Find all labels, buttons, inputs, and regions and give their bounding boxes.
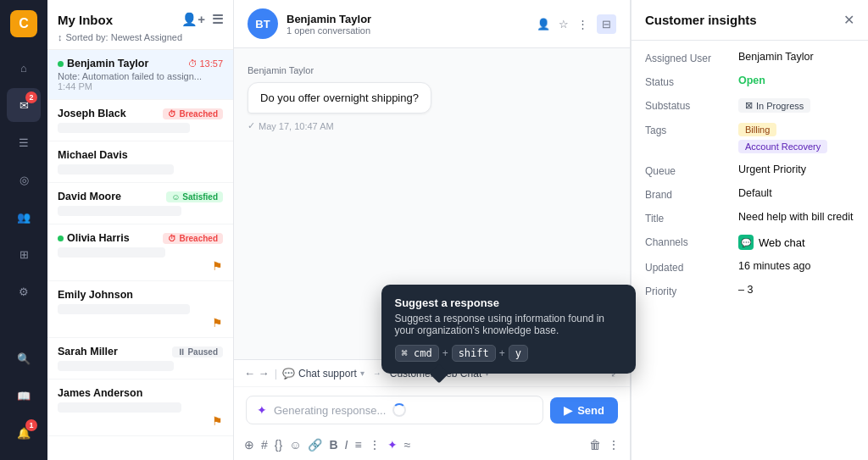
assign-icon[interactable]: 👤 xyxy=(537,18,550,30)
online-indicator xyxy=(58,61,64,67)
channel-arrow-icon: → xyxy=(373,369,381,378)
back-button[interactable]: ← → xyxy=(244,367,270,380)
queue-label: Queue xyxy=(645,163,738,177)
insights-header: Customer insights ✕ xyxy=(632,0,868,41)
substatus-icon: ⊠ xyxy=(745,100,753,111)
status-value: Open xyxy=(738,75,854,86)
nav-book[interactable]: 📖 xyxy=(7,379,41,413)
more-icon[interactable]: ⋮ xyxy=(577,18,588,30)
webchat-icon: 💬 xyxy=(738,235,754,250)
nav-inbox[interactable]: ✉ 2 xyxy=(7,88,41,122)
plus1: + xyxy=(442,347,448,359)
nav-settings[interactable]: ⚙ xyxy=(7,274,41,308)
list-item[interactable]: James Anderson ⚑ xyxy=(47,380,233,436)
assigned-user-label: Assigned User xyxy=(645,51,738,64)
composer: ← → | 💬 Chat support ▾ → Customer Web Ch… xyxy=(234,359,630,460)
list-item[interactable]: Benjamin Taylor ⏱ 13:57 Note: Automation… xyxy=(47,50,233,100)
smile-icon[interactable]: ☺ xyxy=(289,438,301,452)
checkmark-icon: ✓ xyxy=(248,120,255,131)
conv-name: Benjamin Taylor xyxy=(58,58,148,69)
conv-name: David Moore xyxy=(58,191,121,202)
sort-label: Sorted by: Newest Assigned xyxy=(66,32,183,42)
send-button[interactable]: ▶ Send xyxy=(550,397,618,424)
list-item[interactable]: Michael Davis xyxy=(47,141,233,183)
channels-value: 💬 Web chat xyxy=(738,235,805,250)
left-navigation: C ⌂ ✉ 2 ☰ ◎ 👥 ⊞ ⚙ 🔍 📖 🔔 1 xyxy=(0,0,47,460)
message-sender: Benjamin Taylor xyxy=(248,65,314,75)
nav-contacts[interactable]: 👥 xyxy=(7,200,41,234)
updated-value: 16 minutes ago xyxy=(738,260,854,272)
avatar: BT xyxy=(248,8,278,39)
tooltip-description: Suggest a response using information fou… xyxy=(395,313,622,336)
message-text: Do you offer overnight shipping? xyxy=(260,91,419,104)
updated-label: Updated xyxy=(645,260,738,274)
title-label: Title xyxy=(645,211,738,224)
inbox-title-text: My Inbox xyxy=(58,13,113,27)
nav-home[interactable]: ⌂ xyxy=(7,51,41,85)
bold-icon[interactable]: B xyxy=(329,438,337,452)
list-item[interactable]: Emily Johnson ⚑ xyxy=(47,281,233,338)
queue-value: Urgent Priority xyxy=(738,163,854,175)
nav-search[interactable]: 🔍 xyxy=(7,341,41,375)
inbox-title-row: My Inbox 👤+ ☰ xyxy=(58,12,223,27)
list-item[interactable]: Olivia Harris ⏱ Breached ⚑ xyxy=(47,224,233,281)
breach-icon: ⏱ xyxy=(168,109,176,119)
nav-grid[interactable]: ⊞ xyxy=(7,237,41,271)
attach-icon[interactable]: ≈ xyxy=(404,438,411,452)
list-item[interactable]: David Moore ☺ Satisfied xyxy=(47,183,233,224)
sort-icon[interactable]: 👤+ xyxy=(181,12,205,27)
key-cmd: ⌘ cmd xyxy=(395,345,439,362)
italic-icon[interactable]: I xyxy=(345,438,348,452)
send-label: Send xyxy=(577,404,604,417)
send-icon: ▶ xyxy=(564,404,572,417)
ai-input-area[interactable]: ✦ Generating response... xyxy=(246,396,543,424)
inbox-list: Benjamin Taylor ⏱ 13:57 Note: Automation… xyxy=(47,50,233,460)
composer-actions: ⊕ # {} ☺ 🔗 B I ≡ ⋮ ✦ ≈ 🗑 ⋮ xyxy=(234,433,630,460)
substatus-badge: ⊠ In Progress xyxy=(738,98,810,113)
emoji-icon[interactable]: ⊕ xyxy=(244,438,254,452)
list-item[interactable]: Joseph Black ⏱ Breached xyxy=(47,100,233,141)
more-options-icon[interactable]: ⋮ xyxy=(608,438,620,452)
toolbar-sep: | xyxy=(275,367,277,380)
message-timestamp: May 17, 10:47 AM xyxy=(259,121,334,131)
composer-body: ✦ Generating response... ▶ Send Suggest … xyxy=(234,387,630,433)
satisfied-badge: ☺ Satisfied xyxy=(166,191,223,202)
insights-panel: Customer insights ✕ Assigned User Benjam… xyxy=(631,0,868,460)
filter-icon[interactable]: ☰ xyxy=(212,12,223,27)
channels-label: Channels xyxy=(645,235,738,248)
nav-bell[interactable]: 🔔 1 xyxy=(7,416,41,450)
input-placeholder-text: Generating response... xyxy=(274,404,386,417)
chat-contact-sub: 1 open conversation xyxy=(287,25,371,36)
channel-selector[interactable]: 💬 Chat support ▾ xyxy=(282,368,364,380)
ordered-list-icon[interactable]: ⋮ xyxy=(369,438,381,452)
code-icon[interactable]: {} xyxy=(275,438,282,452)
tag-account-recovery[interactable]: Account Recovery xyxy=(738,140,827,153)
nav-chart[interactable]: ◎ xyxy=(7,163,41,197)
nav-list[interactable]: ☰ xyxy=(7,125,41,159)
list-icon[interactable]: ≡ xyxy=(354,438,361,452)
insight-channels: Channels 💬 Web chat xyxy=(645,235,854,250)
close-button[interactable]: ✕ xyxy=(843,12,854,28)
insight-assigned-user: Assigned User Benjamin Taylor xyxy=(645,51,854,64)
assigned-user-value: Benjamin Taylor xyxy=(738,51,854,63)
insight-status: Status Open xyxy=(645,75,854,88)
link-icon[interactable]: 🔗 xyxy=(308,438,322,452)
app-logo: C xyxy=(10,10,37,37)
insight-title: Title Need help with bill credit xyxy=(645,211,854,224)
layout-icon[interactable]: ⊟ xyxy=(597,14,616,34)
ai-suggest-icon[interactable]: ✦ xyxy=(387,438,398,452)
tag-billing[interactable]: Billing xyxy=(738,123,776,136)
paused-badge: ⏸ Paused xyxy=(172,346,223,357)
message-bubble: Do you offer overnight shipping? xyxy=(248,82,431,114)
conv-name: Joseph Black xyxy=(58,108,126,119)
list-item[interactable]: Sarah Miller ⏸ Paused xyxy=(47,338,233,380)
key-shift: shift xyxy=(452,345,496,362)
delete-icon[interactable]: 🗑 xyxy=(589,438,601,452)
plus2: + xyxy=(499,347,505,359)
insight-priority: Priority – 3 xyxy=(645,284,854,297)
star-icon[interactable]: ☆ xyxy=(559,18,569,30)
tag-icon[interactable]: # xyxy=(261,438,268,452)
chat-contact-name: Benjamin Taylor xyxy=(287,13,371,25)
insights-body: Assigned User Benjamin Taylor Status Ope… xyxy=(632,41,868,308)
conv-preview: Note: Automation failed to assign... xyxy=(58,71,223,81)
